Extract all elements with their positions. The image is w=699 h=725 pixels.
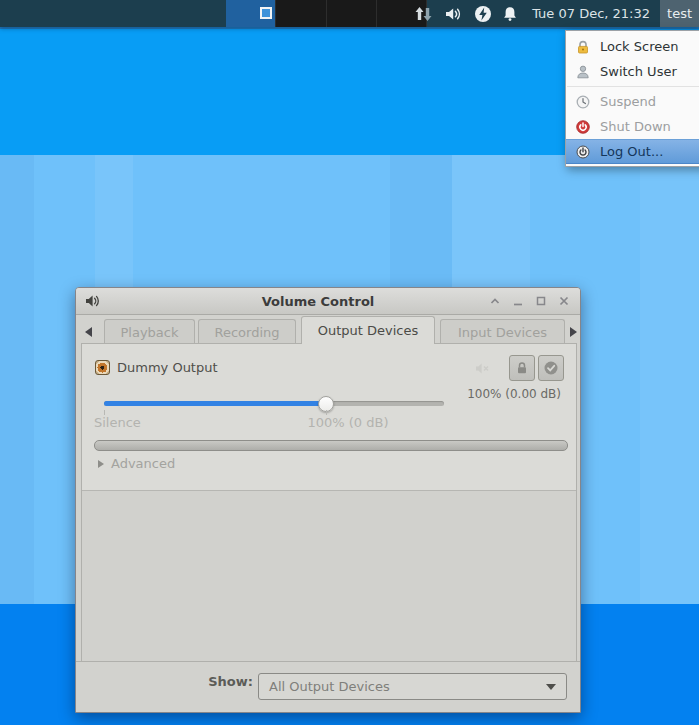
muted-speaker-icon [475, 360, 490, 379]
workspace-1[interactable] [226, 0, 276, 27]
window-title: Volume Control [171, 294, 465, 309]
tab-label: Output Devices [318, 323, 419, 338]
advanced-label: Advanced [111, 456, 175, 471]
tab-recording[interactable]: Recording [198, 319, 296, 344]
network-arrows-icon[interactable] [409, 0, 439, 27]
tab-label: Playback [120, 325, 178, 340]
chevron-right-icon [570, 327, 577, 337]
shutdown-icon [575, 119, 591, 135]
wallpaper-streak [640, 155, 699, 604]
logout-icon [575, 144, 591, 160]
volume-value: 100% (0.00 dB) [467, 387, 561, 401]
user-menu-button[interactable]: test [660, 0, 699, 27]
show-label: Show: [208, 674, 253, 689]
menu-item-label: Suspend [600, 94, 656, 109]
speaker-window-icon [84, 293, 100, 309]
shade-button[interactable] [488, 294, 502, 308]
scale-label-silence: Silence [94, 415, 141, 430]
chevron-down-icon [546, 684, 556, 690]
lock-icon [575, 39, 591, 55]
set-default-button[interactable] [538, 355, 564, 381]
menu-item-label: Log Out... [600, 144, 663, 159]
audio-volume-icon[interactable] [439, 0, 469, 27]
menu-item-shut-down[interactable]: Shut Down [566, 114, 699, 139]
window-titlebar[interactable]: Volume Control [76, 288, 580, 315]
menu-item-suspend[interactable]: Suspend [566, 89, 699, 114]
suspend-clock-icon [575, 94, 591, 110]
lock-channels-button[interactable] [509, 355, 535, 381]
device-name: Dummy Output [117, 360, 218, 375]
workspace-3[interactable] [327, 0, 377, 27]
power-manager-icon[interactable] [469, 0, 497, 27]
peak-level-meter [94, 440, 568, 451]
menu-item-label: Lock Screen [600, 39, 678, 54]
notification-bell-icon[interactable] [497, 0, 523, 27]
volume-slider[interactable] [104, 401, 444, 406]
tab-scroll-right-button[interactable] [567, 325, 579, 339]
checkmark-icon [543, 360, 559, 376]
tab-scroll-left-button[interactable] [82, 325, 94, 339]
switch-user-icon [575, 64, 591, 80]
session-menu: Lock Screen Switch User Suspend Shut Dow… [565, 30, 699, 167]
tab-input-devices[interactable]: Input Devices [440, 319, 565, 344]
menu-item-lock-screen[interactable]: Lock Screen [566, 34, 699, 59]
workspace-window-thumbnail [260, 7, 272, 19]
menu-item-switch-user[interactable]: Switch User [566, 59, 699, 84]
workspace-2[interactable] [276, 0, 326, 27]
window-footer: Show: All Output Devices [76, 661, 580, 712]
expander-triangle-icon [98, 460, 104, 468]
tab-output-devices[interactable]: Output Devices [301, 316, 435, 344]
top-panel: Tue 07 Dec, 21:32 test [0, 0, 699, 27]
menu-separator [567, 86, 699, 87]
output-devices-panel: Dummy Output 100% (0.00 dB) [81, 343, 577, 662]
menu-item-label: Shut Down [600, 119, 671, 134]
scale-label-100: 100% (0 dB) [307, 415, 388, 430]
tab-bar: Playback Recording Output Devices Input … [76, 315, 580, 344]
tab-playback[interactable]: Playback [104, 319, 195, 344]
workspace-pager [226, 0, 427, 27]
wallpaper-streak [0, 155, 34, 604]
menu-item-label: Switch User [600, 64, 677, 79]
audio-card-icon [95, 360, 110, 375]
tab-label: Recording [214, 325, 279, 340]
combobox-value: All Output Devices [269, 679, 390, 694]
close-button[interactable] [557, 294, 571, 308]
volume-control-window: Volume Control Playback Recording Output… [75, 287, 581, 713]
tab-label: Input Devices [458, 325, 547, 340]
menu-item-log-out[interactable]: Log Out... [566, 139, 699, 164]
show-filter-combobox[interactable]: All Output Devices [258, 673, 567, 700]
advanced-expander[interactable]: Advanced [98, 456, 175, 471]
minimize-button[interactable] [511, 294, 525, 308]
device-dummy-output: Dummy Output 100% (0.00 dB) [82, 344, 576, 491]
system-tray: Tue 07 Dec, 21:32 test [409, 0, 699, 27]
maximize-button[interactable] [534, 294, 548, 308]
lock-icon [515, 361, 529, 375]
panel-clock[interactable]: Tue 07 Dec, 21:32 [523, 6, 660, 21]
volume-slider-fill [104, 401, 326, 406]
chevron-left-icon [85, 327, 92, 337]
